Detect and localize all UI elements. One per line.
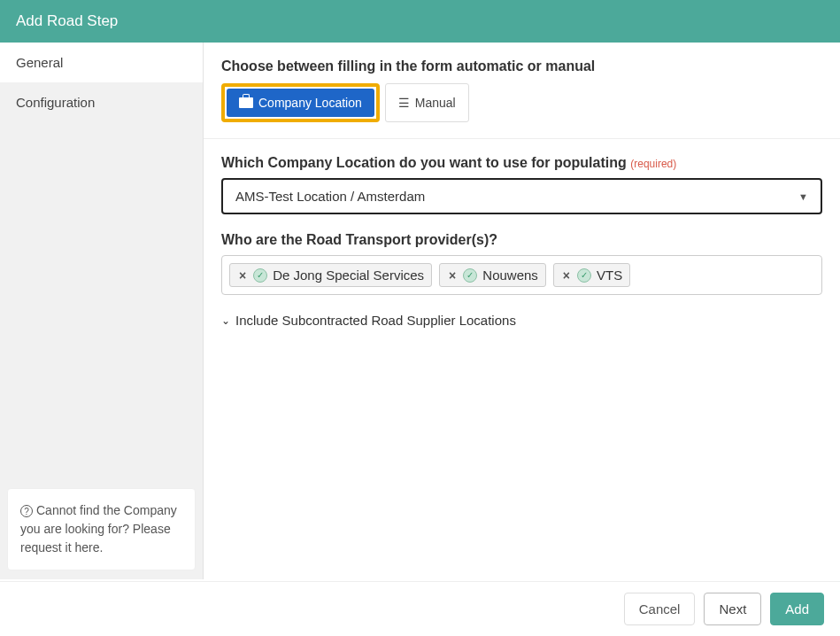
remove-tag-icon[interactable]: × (561, 268, 572, 283)
check-icon: ✓ (577, 268, 591, 283)
tab-general[interactable]: General (0, 43, 203, 82)
cancel-button[interactable]: Cancel (624, 593, 696, 625)
help-box[interactable]: ?Cannot find the Company you are looking… (7, 488, 196, 570)
highlight-frame: Company Location (221, 83, 380, 122)
location-select[interactable]: AMS-Test Location / Amsterdam ▼ (221, 178, 822, 214)
dialog-title: Add Road Step (16, 12, 118, 29)
main-panel: Choose between filling in the form autom… (204, 43, 840, 579)
help-text: Cannot find the Company you are looking … (20, 503, 177, 555)
provider-name: De Jong Special Services (273, 268, 424, 283)
location-label: Which Company Location do you want to us… (221, 155, 822, 171)
choose-label: Choose between filling in the form autom… (221, 58, 822, 74)
dialog-header: Add Road Step (0, 0, 840, 43)
provider-tag: × ✓ Nouwens (439, 263, 546, 287)
chevron-down-icon: ▼ (798, 191, 808, 202)
provider-name: VTS (597, 268, 622, 283)
location-value: AMS-Test Location / Amsterdam (235, 189, 425, 204)
sidebar: General Configuration ?Cannot find the C… (0, 43, 204, 579)
expander-label: Include Subcontracted Road Supplier Loca… (235, 313, 516, 328)
briefcase-icon (239, 97, 253, 108)
tab-configuration[interactable]: Configuration (0, 82, 203, 122)
remove-tag-icon[interactable]: × (447, 268, 458, 283)
add-button[interactable]: Add (770, 593, 824, 625)
company-location-label: Company Location (258, 96, 362, 110)
chevron-down-icon: ⌄ (221, 314, 230, 327)
providers-label: Who are the Road Transport provider(s)? (221, 232, 822, 248)
provider-name: Nouwens (482, 268, 538, 283)
required-tag: (required) (630, 158, 676, 170)
manual-button[interactable]: ☰ Manual (385, 83, 469, 122)
location-field: Which Company Location do you want to us… (221, 155, 822, 214)
divider (204, 138, 840, 139)
subcontracted-expander[interactable]: ⌄ Include Subcontracted Road Supplier Lo… (221, 313, 822, 328)
tab-label: General (16, 55, 63, 70)
next-button[interactable]: Next (704, 593, 761, 625)
tab-label: Configuration (16, 95, 95, 110)
dialog-body: General Configuration ?Cannot find the C… (0, 43, 840, 579)
provider-tag: × ✓ De Jong Special Services (229, 263, 432, 287)
location-label-text: Which Company Location do you want to us… (221, 155, 627, 170)
check-icon: ✓ (463, 268, 477, 283)
providers-field: Who are the Road Transport provider(s)? … (221, 232, 822, 295)
list-icon: ☰ (398, 97, 410, 109)
dialog-footer: Cancel Next Add (0, 581, 840, 636)
providers-input[interactable]: × ✓ De Jong Special Services × ✓ Nouwens… (221, 255, 822, 295)
provider-tag: × ✓ VTS (553, 263, 630, 287)
manual-label: Manual (415, 96, 456, 110)
remove-tag-icon[interactable]: × (237, 268, 248, 283)
company-location-button[interactable]: Company Location (227, 89, 374, 117)
fill-mode-toggle: Company Location ☰ Manual (221, 83, 822, 122)
check-icon: ✓ (253, 268, 267, 283)
question-icon: ? (20, 505, 33, 517)
